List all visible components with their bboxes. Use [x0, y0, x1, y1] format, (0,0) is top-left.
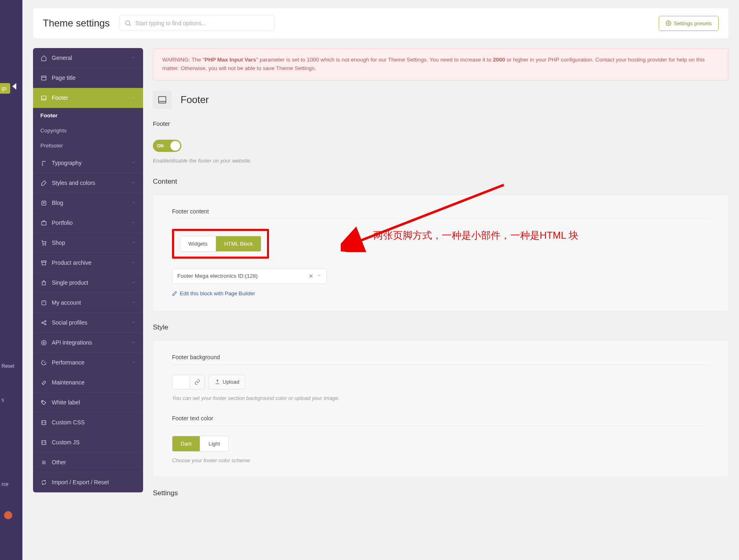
wp-sidebar-text[interactable]: rce — [2, 481, 9, 487]
svg-point-12 — [45, 244, 46, 245]
svg-rect-30 — [159, 97, 166, 103]
nav-white-label[interactable]: White label — [33, 393, 143, 413]
nav-label: Single product — [52, 279, 88, 286]
svg-point-21 — [43, 342, 44, 343]
nav-general[interactable]: General — [33, 48, 143, 68]
chevron-down-icon — [131, 55, 136, 61]
nav-shop[interactable]: Shop — [33, 233, 143, 253]
list-icon — [40, 459, 47, 466]
svg-point-2 — [668, 22, 669, 24]
home-icon — [40, 55, 47, 61]
nav-custom-css[interactable]: Custom CSS — [33, 413, 143, 433]
light-button[interactable]: Light — [200, 436, 228, 451]
settings-heading: Settings — [153, 489, 728, 497]
warning-bold: 2000 — [493, 57, 505, 63]
dark-button[interactable]: Dark — [172, 436, 200, 451]
annotation-text: 两张页脚方式，一种是小部件，一种是HTML 块 — [373, 229, 578, 242]
edit-link-text: Edit this block with Page Builder — [180, 290, 255, 296]
widgets-button[interactable]: Widgets — [180, 236, 216, 251]
svg-point-24 — [42, 401, 43, 402]
html-block-button[interactable]: HTML Block — [216, 236, 261, 251]
warning-text: WARNING: The " — [162, 57, 205, 63]
footer-toggle[interactable]: ON — [153, 140, 181, 152]
edit-block-link[interactable]: Edit this block with Page Builder — [172, 290, 255, 296]
nav-label: Portfolio — [52, 220, 73, 226]
nav-blog[interactable]: Blog — [33, 193, 143, 213]
nav-page-title[interactable]: Page title — [33, 68, 143, 88]
upload-icon — [215, 379, 220, 384]
upload-label: Upload — [223, 379, 239, 385]
nav-label: Styles and colors — [52, 180, 95, 186]
nav-label: Blog — [52, 200, 63, 206]
top-bar: Theme settings Settings presets — [33, 8, 728, 38]
nav-label: White label — [52, 399, 80, 406]
nav-single-product[interactable]: Single product — [33, 273, 143, 293]
nav-import[interactable]: Import / Export / Reset — [33, 472, 143, 492]
content-heading: Content — [153, 178, 728, 186]
link-icon — [194, 379, 200, 385]
nav-label: API integrations — [52, 339, 92, 346]
svg-line-1 — [129, 24, 130, 26]
nav-portfolio[interactable]: Portfolio — [33, 213, 143, 233]
wp-sidebar-badge[interactable] — [4, 511, 12, 519]
bg-hint: You can set your footer section backgrou… — [172, 395, 709, 401]
nav-maintenance[interactable]: Maintenance — [33, 373, 143, 393]
wp-sidebar-text[interactable]: Reset — [2, 363, 14, 369]
nav-my-account[interactable]: My account — [33, 293, 143, 313]
nav-typography[interactable]: Typography — [33, 153, 143, 173]
chevron-down-icon — [131, 160, 136, 166]
nav-label: Performance — [52, 359, 84, 366]
footer-icon — [40, 94, 47, 101]
nav-footer[interactable]: Footer — [33, 88, 143, 108]
nav-label: Social profiles — [52, 319, 87, 326]
share-icon — [40, 319, 47, 326]
wp-sidebar-pointer — [12, 83, 16, 90]
highlight-box: Widgets HTML Block — [172, 229, 269, 259]
user-icon — [40, 299, 47, 306]
section-header: Footer — [153, 90, 728, 109]
nav-footer-sub[interactable]: Footer — [33, 108, 143, 123]
nav-label: Other — [52, 459, 66, 466]
bg-color-swatch[interactable] — [172, 375, 190, 389]
brush-icon — [40, 180, 47, 186]
wp-sidebar-active-item[interactable]: gs — [0, 83, 10, 94]
upload-button[interactable]: Upload — [209, 375, 245, 389]
nav-prefooter[interactable]: Prefooter — [33, 138, 143, 153]
text-color-label: Footer text color — [172, 415, 709, 426]
nav-label: Footer — [52, 94, 68, 101]
chevron-down-icon — [131, 339, 136, 346]
wp-sidebar-text[interactable]: s — [2, 397, 4, 403]
warning-bold: PHP Max Input Vars — [205, 57, 256, 63]
svg-point-11 — [42, 244, 43, 245]
chevron-down-icon — [131, 299, 136, 306]
svg-rect-10 — [41, 222, 46, 225]
svg-rect-3 — [41, 76, 46, 80]
text-color-hint: Choose your footer color scheme — [172, 457, 709, 463]
warning-text: " parameter is set to 1000 which is not … — [256, 57, 493, 63]
nav-product-archive[interactable]: Product archive — [33, 253, 143, 273]
nav-styles[interactable]: Styles and colors — [33, 173, 143, 193]
bg-link-button[interactable] — [190, 375, 205, 389]
html-block-select[interactable]: Footer Mega electronics ID:(128) ✕ — [172, 268, 327, 284]
nav-performance[interactable]: Performance — [33, 353, 143, 373]
text-color-toggle: Dark Light — [172, 436, 229, 452]
toggle-state: ON — [157, 143, 164, 148]
nav-copyrights[interactable]: Copyrights — [33, 123, 143, 138]
nav-other[interactable]: Other — [33, 452, 143, 472]
nav-social[interactable]: Social profiles — [33, 313, 143, 333]
nav-label: Typography — [52, 160, 82, 166]
section-title: Footer — [181, 94, 209, 105]
nav-custom-js[interactable]: Custom JS — [33, 433, 143, 452]
settings-presets-button[interactable]: Settings presets — [659, 16, 719, 31]
chevron-down-icon[interactable] — [317, 273, 322, 279]
svg-line-19 — [43, 321, 45, 323]
nav-label: My account — [52, 299, 81, 306]
nav-api[interactable]: API integrations — [33, 333, 143, 353]
chevron-down-icon — [131, 239, 136, 246]
search-input[interactable] — [119, 15, 274, 31]
footer-bg-label: Footer background — [172, 354, 709, 365]
svg-rect-15 — [42, 301, 46, 305]
wp-admin-sidebar: gs Reset s rce — [0, 0, 22, 560]
tag-icon — [40, 399, 47, 406]
clear-icon[interactable]: ✕ — [305, 273, 317, 279]
